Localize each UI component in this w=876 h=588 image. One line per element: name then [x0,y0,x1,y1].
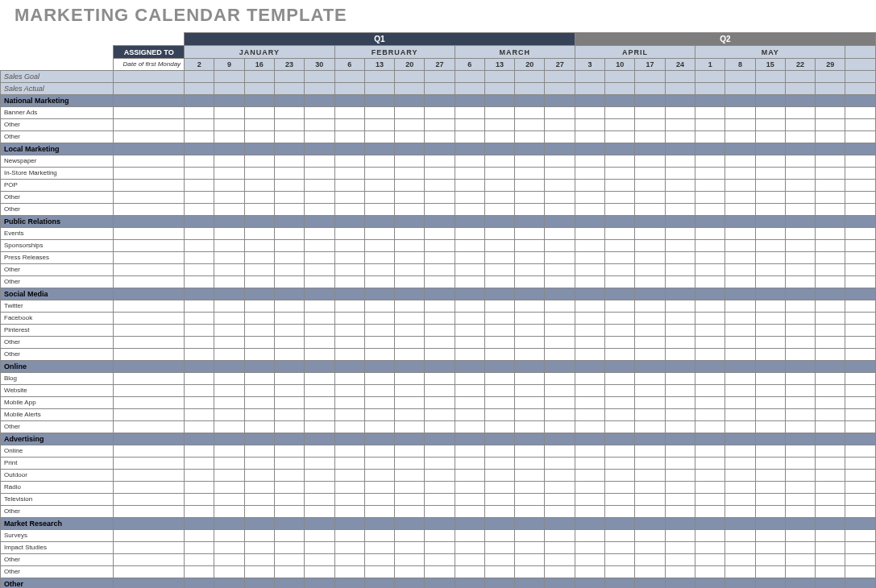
data-cell[interactable] [425,397,455,409]
data-cell[interactable] [575,107,604,119]
data-cell[interactable] [274,155,304,168]
data-cell[interactable] [274,264,304,276]
data-cell[interactable] [425,542,455,554]
data-cell[interactable] [665,204,695,216]
data-cell[interactable] [484,228,514,240]
data-cell[interactable] [635,530,665,542]
data-cell[interactable] [305,494,334,506]
data-cell[interactable] [274,470,304,482]
assigned-cell[interactable] [114,458,185,470]
data-cell[interactable] [274,252,304,264]
data-cell[interactable] [425,240,455,252]
data-cell[interactable] [364,530,394,542]
data-cell[interactable] [484,373,514,385]
data-cell[interactable] [305,192,334,204]
data-cell[interactable] [575,337,604,349]
data-cell[interactable] [635,300,665,313]
data-cell[interactable] [695,131,725,143]
data-cell[interactable] [816,409,845,421]
data-cell[interactable] [785,228,815,240]
data-cell[interactable] [785,421,815,433]
data-cell[interactable] [334,458,364,470]
data-cell[interactable] [725,204,755,216]
data-cell[interactable] [545,373,575,385]
data-cell[interactable] [214,276,244,288]
data-cell[interactable] [425,228,455,240]
assigned-cell[interactable] [114,276,185,288]
data-cell[interactable] [695,530,725,542]
data-cell[interactable] [395,83,425,95]
data-cell[interactable] [214,530,244,542]
data-cell[interactable] [305,409,334,421]
data-cell[interactable] [244,542,274,554]
data-cell[interactable] [605,542,635,554]
data-cell[interactable] [515,325,545,337]
data-cell[interactable] [575,168,604,180]
data-cell[interactable] [816,252,845,264]
data-cell[interactable] [665,530,695,542]
data-cell[interactable] [785,385,815,397]
data-cell[interactable] [515,204,545,216]
data-cell[interactable] [244,252,274,264]
data-cell[interactable] [605,470,635,482]
data-cell[interactable] [244,373,274,385]
data-cell[interactable] [364,373,394,385]
data-cell[interactable] [515,155,545,168]
data-cell[interactable] [244,192,274,204]
data-cell[interactable] [635,542,665,554]
data-cell[interactable] [484,494,514,506]
data-cell[interactable] [816,482,845,494]
data-cell[interactable] [575,192,604,204]
data-cell[interactable] [635,325,665,337]
data-cell[interactable] [725,482,755,494]
data-cell[interactable] [425,168,455,180]
data-cell[interactable] [364,325,394,337]
data-cell[interactable] [605,264,635,276]
data-cell[interactable] [816,107,845,119]
data-cell[interactable] [334,168,364,180]
data-cell[interactable] [515,83,545,95]
data-cell[interactable] [816,83,845,95]
data-cell[interactable] [635,155,665,168]
data-cell[interactable] [785,264,815,276]
data-cell[interactable] [395,506,425,518]
data-cell[interactable] [575,421,604,433]
data-cell[interactable] [364,276,394,288]
data-cell[interactable] [845,252,876,264]
data-cell[interactable] [545,228,575,240]
data-cell[interactable] [305,83,334,95]
data-cell[interactable] [545,349,575,361]
data-cell[interactable] [845,131,876,143]
data-cell[interactable] [395,337,425,349]
assigned-cell[interactable] [114,494,185,506]
data-cell[interactable] [364,445,394,458]
assigned-cell[interactable] [114,204,185,216]
data-cell[interactable] [244,131,274,143]
data-cell[interactable] [605,276,635,288]
data-cell[interactable] [214,228,244,240]
data-cell[interactable] [755,71,785,83]
data-cell[interactable] [484,349,514,361]
data-cell[interactable] [755,385,785,397]
data-cell[interactable] [845,409,876,421]
data-cell[interactable] [484,264,514,276]
data-cell[interactable] [665,325,695,337]
data-cell[interactable] [515,506,545,518]
data-cell[interactable] [305,470,334,482]
assigned-cell[interactable] [114,530,185,542]
data-cell[interactable] [274,530,304,542]
data-cell[interactable] [244,554,274,566]
data-cell[interactable] [725,530,755,542]
data-cell[interactable] [845,397,876,409]
data-cell[interactable] [334,119,364,131]
data-cell[interactable] [545,542,575,554]
data-cell[interactable] [484,204,514,216]
data-cell[interactable] [695,325,725,337]
data-cell[interactable] [845,470,876,482]
data-cell[interactable] [695,264,725,276]
data-cell[interactable] [305,445,334,458]
data-cell[interactable] [244,530,274,542]
data-cell[interactable] [845,530,876,542]
data-cell[interactable] [484,530,514,542]
data-cell[interactable] [665,252,695,264]
